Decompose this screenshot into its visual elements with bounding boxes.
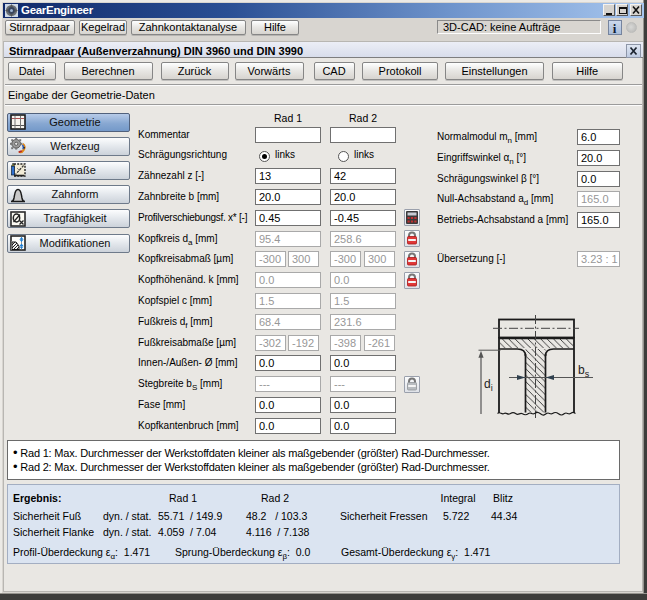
svg-text:bs: bs xyxy=(578,363,590,379)
svg-text:di: di xyxy=(484,377,493,393)
